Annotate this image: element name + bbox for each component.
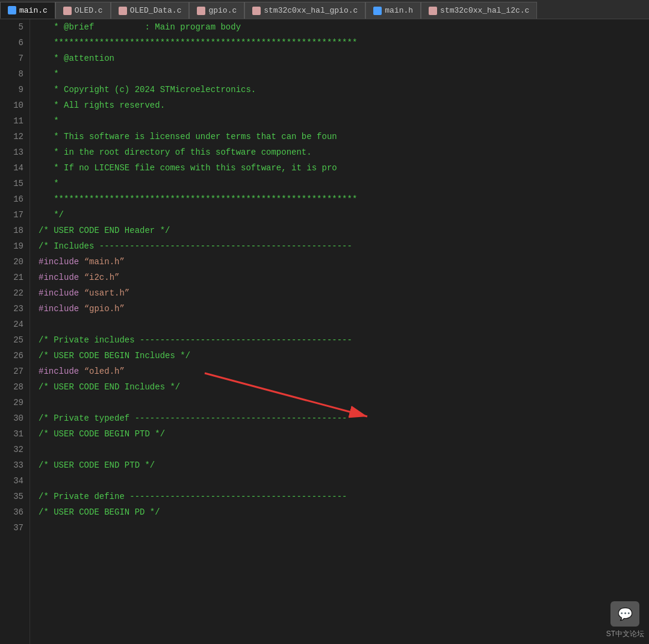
code-line-21: #include “i2c.h”	[39, 270, 649, 285]
include-space	[79, 288, 84, 298]
forum-label: ST中文论坛	[606, 629, 644, 639]
tab-stm32-hal-i2c[interactable]: stm32c0xx_hal_i2c.c	[421, 2, 537, 19]
editor: 5678910111213141516171819202122232425262…	[0, 19, 649, 644]
code-line-9: * Copyright (c) 2024 STMicroelectronics.	[39, 82, 649, 98]
tab-label-stm32-hal-i2c: stm32c0xx_hal_i2c.c	[440, 6, 529, 15]
comment-text: /* USER CODE END Includes */	[39, 382, 180, 392]
line-num-28: 28	[0, 379, 23, 395]
forum-icon: 💬	[610, 601, 639, 627]
comment-text: *	[39, 69, 59, 79]
include-path: “i2c.h”	[84, 273, 120, 282]
line-num-19: 19	[0, 238, 23, 254]
code-line-37	[39, 520, 649, 536]
comment-text: */	[39, 210, 64, 220]
line-num-8: 8	[0, 66, 23, 82]
code-line-25: /* Private includes --------------------…	[39, 332, 649, 348]
line-num-24: 24	[0, 317, 23, 332]
code-line-31: /* USER CODE BEGIN PTD */	[39, 426, 649, 442]
comment-text: ****************************************…	[39, 38, 357, 48]
code-line-36: /* USER CODE BEGIN PD */	[39, 504, 649, 520]
comment-text: * If no LICENSE file comes with this sof…	[39, 163, 337, 173]
comment-text: *	[39, 116, 59, 126]
code-line-34	[39, 473, 649, 489]
code-line-19: /* Includes ----------------------------…	[39, 238, 649, 254]
line-num-6: 6	[0, 35, 23, 51]
code-line-14: * If no LICENSE file comes with this sof…	[39, 160, 649, 176]
tab-icon-main-c	[8, 6, 16, 14]
line-num-20: 20	[0, 254, 23, 270]
comment-text: ****************************************…	[39, 194, 357, 204]
tab-main-h[interactable]: main.h	[365, 2, 421, 19]
code-line-7: * @attention	[39, 51, 649, 66]
include-space	[79, 273, 84, 282]
code-line-26: /* USER CODE BEGIN Includes */	[39, 348, 649, 364]
tab-oled-c[interactable]: OLED.c	[55, 2, 111, 19]
line-num-21: 21	[0, 270, 23, 285]
comment-text: /* USER CODE END Header */	[39, 226, 170, 235]
code-line-24	[39, 317, 649, 332]
line-num-30: 30	[0, 410, 23, 426]
line-num-5: 5	[0, 19, 23, 35]
code-content: * @brief : Main program body ***********…	[30, 19, 649, 644]
comment-text: * All rights reserved.	[39, 101, 165, 110]
code-line-18: /* USER CODE END Header */	[39, 223, 649, 238]
code-line-17: */	[39, 207, 649, 223]
tab-main-c[interactable]: main.c	[0, 2, 55, 19]
tab-icon-stm32-hal-i2c	[429, 7, 437, 15]
include-path: “oled.h”	[84, 367, 125, 376]
line-num-17: 17	[0, 207, 23, 223]
comment-text: *	[39, 179, 59, 188]
code-line-13: * in the root directory of this software…	[39, 144, 649, 160]
line-num-37: 37	[0, 520, 23, 536]
line-num-10: 10	[0, 98, 23, 113]
include-path: “usart.h”	[84, 288, 130, 298]
preprocessor-keyword: #include	[39, 288, 79, 298]
tab-oled-data-c[interactable]: OLED_Data.c	[111, 2, 190, 19]
include-path: “gpio.h”	[84, 304, 125, 314]
include-space	[79, 257, 84, 267]
code-line-12: * This software is licensed under terms …	[39, 129, 649, 144]
code-line-23: #include “gpio.h”	[39, 301, 649, 317]
tab-label-main-h: main.h	[385, 6, 413, 15]
line-num-27: 27	[0, 364, 23, 379]
line-num-7: 7	[0, 51, 23, 66]
tab-bar: main.cOLED.cOLED_Data.cgpio.cstm32c0xx_h…	[0, 0, 649, 19]
preprocessor-keyword: #include	[39, 273, 79, 282]
code-line-20: #include “main.h”	[39, 254, 649, 270]
line-num-11: 11	[0, 113, 23, 129]
line-num-15: 15	[0, 176, 23, 191]
comment-text: * Copyright (c) 2024 STMicroelectronics.	[39, 85, 256, 94]
line-num-22: 22	[0, 285, 23, 301]
line-num-13: 13	[0, 144, 23, 160]
comment-text: * This software is licensed under terms …	[39, 132, 337, 141]
code-line-32	[39, 442, 649, 457]
tab-icon-gpio-c	[197, 7, 205, 15]
preprocessor-keyword: #include	[39, 367, 79, 376]
code-line-10: * All rights reserved.	[39, 98, 649, 113]
tab-icon-main-h	[373, 7, 382, 15]
comment-text: * @brief : Main program body	[39, 22, 241, 32]
line-num-26: 26	[0, 348, 23, 364]
tab-gpio-c[interactable]: gpio.c	[189, 2, 244, 19]
code-line-27: #include “oled.h”	[39, 364, 649, 379]
comment-text: /* USER CODE END PTD */	[39, 460, 155, 470]
comment-text: * @attention	[39, 54, 114, 63]
comment-text: /* Private includes --------------------…	[39, 335, 352, 345]
line-num-35: 35	[0, 489, 23, 504]
tab-stm32-hal-gpio[interactable]: stm32c0xx_hal_gpio.c	[244, 2, 365, 19]
line-number-gutter: 5678910111213141516171819202122232425262…	[0, 19, 30, 644]
tab-label-stm32-hal-gpio: stm32c0xx_hal_gpio.c	[264, 6, 358, 15]
code-line-22: #include “usart.h”	[39, 285, 649, 301]
comment-text: /* Includes ----------------------------…	[39, 241, 352, 251]
tab-label-oled-data-c: OLED_Data.c	[130, 6, 182, 15]
code-line-28: /* USER CODE END Includes */	[39, 379, 649, 395]
comment-text: /* USER CODE BEGIN Includes */	[39, 351, 190, 361]
line-num-16: 16	[0, 191, 23, 207]
include-path: “main.h”	[84, 257, 125, 267]
line-num-29: 29	[0, 395, 23, 410]
comment-text: * in the root directory of this software…	[39, 147, 312, 157]
tab-icon-oled-data-c	[119, 7, 127, 15]
line-num-36: 36	[0, 504, 23, 520]
code-line-16: ****************************************…	[39, 191, 649, 207]
comment-text: /* Private typedef ---------------------…	[39, 413, 347, 423]
